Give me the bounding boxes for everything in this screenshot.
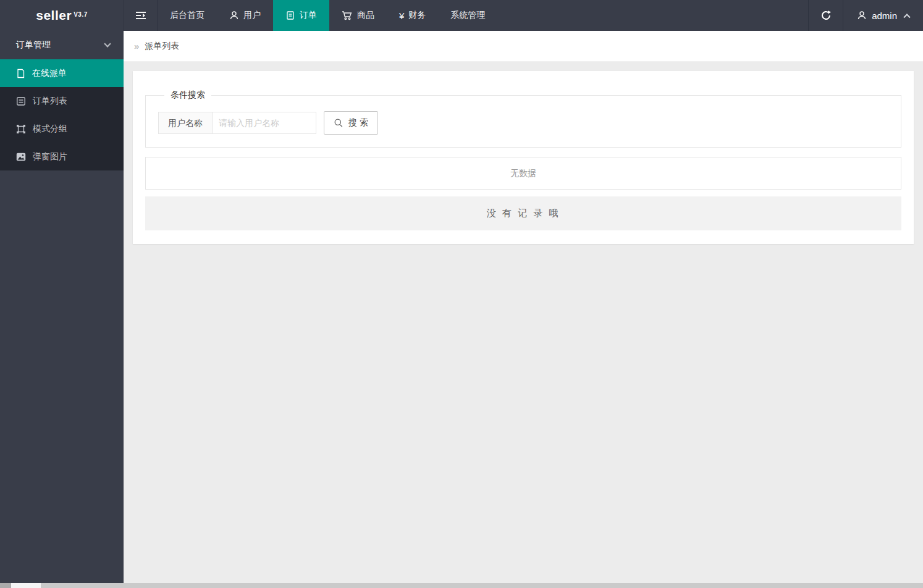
- search-fieldset: 条件搜索 用户名称 搜 索: [145, 90, 901, 148]
- breadcrumb-arrow-icon: »: [134, 41, 139, 51]
- menu-fold-icon: [135, 10, 147, 20]
- cart-icon: [342, 10, 353, 20]
- dispatch-file-icon: [16, 69, 25, 78]
- chevron-down-icon: [104, 40, 111, 47]
- sidebar-item-label: 弹窗图片: [33, 151, 67, 162]
- sidebar-item-mode-group[interactable]: 模式分组: [0, 115, 124, 143]
- sidebar: 订单管理 在线派单 订单列表: [0, 31, 124, 588]
- topnav-menu: 后台首页 用户 订单: [158, 0, 497, 31]
- search-button[interactable]: 搜 索: [324, 111, 378, 135]
- admin-username: admin: [872, 10, 897, 21]
- brand-name: seller: [36, 8, 72, 23]
- admin-user-icon: [857, 10, 867, 20]
- sidebar-item-label: 订单列表: [33, 96, 67, 107]
- breadcrumb: » 派单列表: [124, 31, 923, 62]
- search-button-label: 搜 索: [348, 117, 368, 128]
- brand-logo[interactable]: sellerV3.7: [0, 0, 124, 31]
- username-input-group: 用户名称: [158, 112, 316, 134]
- search-card: 条件搜索 用户名称 搜 索: [133, 71, 914, 244]
- scrollbar-track[interactable]: [41, 583, 923, 588]
- sidebar-item-order-list[interactable]: 订单列表: [0, 87, 124, 115]
- content-area: 条件搜索 用户名称 搜 索: [124, 62, 923, 253]
- nav-item-finance[interactable]: ¥ 财务: [387, 0, 438, 31]
- horizontal-scrollbar[interactable]: [0, 583, 923, 588]
- top-navbar: sellerV3.7 后台首页 用户: [0, 0, 923, 31]
- yen-icon: ¥: [399, 11, 404, 20]
- user-icon: [229, 10, 239, 20]
- sidebar-item-label: 在线派单: [32, 68, 67, 79]
- no-record-banner: 没 有 记 录 哦: [145, 196, 901, 230]
- sidebar-item-popup-image[interactable]: 弹窗图片: [0, 143, 124, 170]
- page-title: 派单列表: [145, 41, 179, 52]
- scrollbar-thumb[interactable]: [11, 583, 41, 588]
- username-input[interactable]: [213, 112, 316, 134]
- menu-fold-button[interactable]: [124, 0, 158, 31]
- empty-data-text: 无数据: [510, 168, 536, 179]
- username-label: 用户名称: [158, 112, 213, 134]
- nav-item-home[interactable]: 后台首页: [158, 0, 217, 31]
- sidebar-item-online-dispatch[interactable]: 在线派单: [0, 59, 124, 87]
- image-icon: [16, 153, 26, 161]
- nav-item-label: 用户: [243, 10, 261, 21]
- nav-item-label: 订单: [300, 10, 317, 21]
- search-icon: [334, 118, 343, 128]
- no-record-text: 没 有 记 录 哦: [487, 208, 560, 219]
- scrollbar-segment[interactable]: [0, 583, 11, 588]
- group-icon: [16, 124, 26, 134]
- refresh-icon: [820, 10, 832, 21]
- sidebar-menu: 在线派单 订单列表 模式分组: [0, 59, 124, 170]
- nav-item-label: 商品: [357, 10, 374, 21]
- refresh-button[interactable]: [808, 0, 843, 31]
- sidebar-group-label: 订单管理: [16, 40, 51, 51]
- nav-item-label: 系统管理: [450, 10, 485, 21]
- chevron-up-icon: [903, 14, 910, 20]
- search-legend: 条件搜索: [164, 90, 211, 101]
- nav-item-users[interactable]: 用户: [217, 0, 273, 31]
- nav-item-label: 后台首页: [170, 10, 204, 21]
- sidebar-group-order-management[interactable]: 订单管理: [0, 31, 124, 59]
- admin-menu[interactable]: admin: [843, 0, 923, 31]
- file-icon: [285, 10, 295, 20]
- order-list-icon: [16, 96, 26, 106]
- sidebar-item-label: 模式分组: [33, 124, 67, 135]
- nav-item-label: 财务: [408, 10, 426, 21]
- nav-item-goods[interactable]: 商品: [329, 0, 387, 31]
- header-right: admin: [808, 0, 923, 31]
- search-form-row: 用户名称 搜 索: [158, 111, 888, 135]
- brand-version: V3.7: [74, 11, 88, 18]
- nav-item-system[interactable]: 系统管理: [438, 0, 497, 31]
- empty-data-box: 无数据: [145, 157, 901, 190]
- main-content: » 派单列表 条件搜索 用户名称: [124, 0, 923, 588]
- nav-item-orders[interactable]: 订单: [273, 0, 329, 31]
